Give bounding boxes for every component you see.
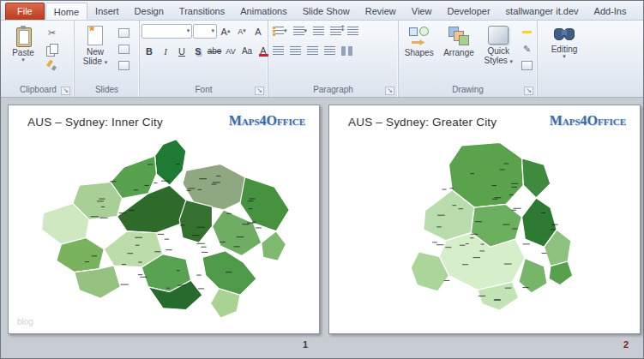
strikethrough-button[interactable]: abe <box>207 44 222 59</box>
font-name-combo[interactable]: ▾ <box>141 24 192 39</box>
numbering-icon <box>293 27 304 36</box>
character-spacing-button[interactable]: AV <box>223 44 238 59</box>
align-center-button[interactable] <box>287 44 304 59</box>
columns-icon <box>341 46 352 56</box>
shapes-button[interactable]: Shapes <box>400 22 437 84</box>
font-group-label-text: Font <box>195 85 212 94</box>
clipboard-dialog-launcher[interactable]: ↘ <box>61 87 70 95</box>
justify-icon <box>324 46 335 56</box>
clipboard-group-label-text: Clipboard <box>20 85 57 94</box>
drawing-group: Shapes Arrange Quick Styles ▾ ✎ <box>399 21 538 97</box>
paste-icon <box>15 26 32 46</box>
slide-sorter-area: AUS – Sydney: Inner City Maps4Office <box>1 98 643 358</box>
editing-group-label <box>539 84 589 97</box>
new-slide-icon <box>87 26 103 45</box>
format-painter-button[interactable] <box>44 57 60 73</box>
change-case-button[interactable]: Aa <box>239 44 255 59</box>
tab-developer[interactable]: Developer <box>439 3 497 20</box>
bold-button[interactable]: B <box>141 44 157 59</box>
tab-transitions[interactable]: Transitions <box>172 3 232 20</box>
paragraph-group-label-text: Paragraph <box>313 85 353 94</box>
tab-stallwanger-it-dev[interactable]: stallwanger it.dev <box>498 3 587 20</box>
file-tab[interactable]: File <box>5 3 45 20</box>
maps4office-logo: Maps4Office <box>550 113 626 129</box>
maps4office-logo: Maps4Office <box>229 113 305 129</box>
map-regions <box>411 142 573 310</box>
tab-view[interactable]: View <box>404 3 440 20</box>
columns-button[interactable] <box>339 44 355 59</box>
shapes-icon <box>408 26 430 46</box>
slide-number-2: 2 <box>623 339 629 350</box>
align-left-button[interactable] <box>270 44 286 59</box>
ribbon-tab-bar: File HomeInsertDesignTransitionsAnimatio… <box>1 1 643 21</box>
paragraph-dialog-launcher[interactable]: ↘ <box>385 87 394 95</box>
chevron-down-icon: ▾ <box>21 57 25 63</box>
underline-button[interactable]: U <box>174 44 190 59</box>
tab-add-ins[interactable]: Add-Ins <box>587 3 635 20</box>
scissors-icon: ✂ <box>48 27 56 39</box>
text-shadow-button[interactable]: S <box>190 44 206 59</box>
italic-button[interactable]: I <box>158 44 173 59</box>
font-size-combo[interactable]: ▾ <box>193 24 217 39</box>
new-slide-button[interactable]: New Slide ▾ <box>76 22 114 84</box>
shrink-font-button[interactable]: A▾ <box>234 24 250 39</box>
editing-group: Editing ▾ <box>538 21 591 97</box>
slide-title: AUS – Sydney: Inner City <box>27 116 163 129</box>
paragraph-group: ▾ ▾ ↕ Paragraph ↘ <box>268 21 399 97</box>
binoculars-icon <box>553 26 575 43</box>
tab-insert[interactable]: Insert <box>87 3 127 20</box>
drawing-dialog-launcher[interactable]: ↘ <box>524 87 533 95</box>
tab-design[interactable]: Design <box>127 3 172 20</box>
format-painter-icon <box>46 60 57 71</box>
tab-review[interactable]: Review <box>358 3 404 20</box>
quick-styles-button[interactable]: Quick Styles ▾ <box>480 22 517 84</box>
new-slide-label: New Slide ▾ <box>83 47 108 66</box>
clear-formatting-button[interactable]: A <box>250 24 266 39</box>
chevron-down-icon: ▾ <box>304 28 308 34</box>
tab-strip: HomeInsertDesignTransitionsAnimationsSli… <box>45 3 635 20</box>
tab-animations[interactable]: Animations <box>232 3 294 20</box>
slide-number-1: 1 <box>303 339 308 350</box>
layout-icon <box>118 28 129 38</box>
clipboard-group: Paste ▾ ✂ Clipboard ↘ <box>3 21 75 97</box>
copy-button[interactable] <box>44 41 60 57</box>
slide-title: AUS – Sydney: Greater City <box>348 116 497 129</box>
section-button[interactable] <box>116 57 132 73</box>
layout-button[interactable] <box>116 25 132 40</box>
tab-slide-show[interactable]: Slide Show <box>295 3 358 20</box>
align-right-icon <box>307 46 318 56</box>
editing-button[interactable]: Editing ▾ <box>541 22 587 84</box>
bullets-button[interactable]: ▾ <box>270 24 290 39</box>
shapes-label: Shapes <box>405 48 434 57</box>
ribbon: Paste ▾ ✂ Clipboard ↘ New <box>1 21 643 98</box>
reset-button[interactable] <box>116 41 132 57</box>
font-group-label: Font ↘ <box>141 84 266 97</box>
line-spacing-button[interactable]: ↕ <box>345 24 361 39</box>
slides-group-label: Slides <box>76 84 137 97</box>
slides-group: New Slide ▾ Slides <box>75 21 140 97</box>
arrange-icon <box>448 26 470 46</box>
numbering-button[interactable]: ▾ <box>291 24 310 39</box>
align-right-button[interactable] <box>304 44 321 59</box>
sydney-greater-city-map <box>365 135 605 325</box>
cut-button[interactable]: ✂ <box>44 25 60 40</box>
slide-thumbnail-1[interactable]: AUS – Sydney: Inner City Maps4Office <box>8 105 320 334</box>
shape-outline-button[interactable]: ✎ <box>519 41 535 57</box>
tab-home[interactable]: Home <box>45 3 87 20</box>
font-dialog-launcher[interactable]: ↘ <box>255 87 264 95</box>
grow-font-button[interactable]: A▴ <box>218 24 233 39</box>
shape-effects-icon <box>521 61 533 70</box>
arrange-button[interactable]: Arrange <box>439 22 478 84</box>
pencil-icon: ✎ <box>523 44 531 55</box>
decrease-indent-button[interactable] <box>310 24 327 39</box>
chevron-down-icon: ▾ <box>105 59 108 66</box>
slide-thumbnail-2[interactable]: AUS – Sydney: Greater City Maps4Office <box>328 105 641 334</box>
justify-button[interactable] <box>322 44 338 59</box>
drawing-group-label-text: Drawing <box>452 85 484 94</box>
drawing-group-label: Drawing ↘ <box>400 84 535 97</box>
paste-button[interactable]: Paste ▾ <box>4 22 42 84</box>
quick-styles-icon <box>488 26 509 45</box>
shape-effects-button[interactable] <box>519 57 535 73</box>
clipboard-group-label: Clipboard ↘ <box>4 84 72 97</box>
shape-fill-button[interactable] <box>519 25 535 40</box>
